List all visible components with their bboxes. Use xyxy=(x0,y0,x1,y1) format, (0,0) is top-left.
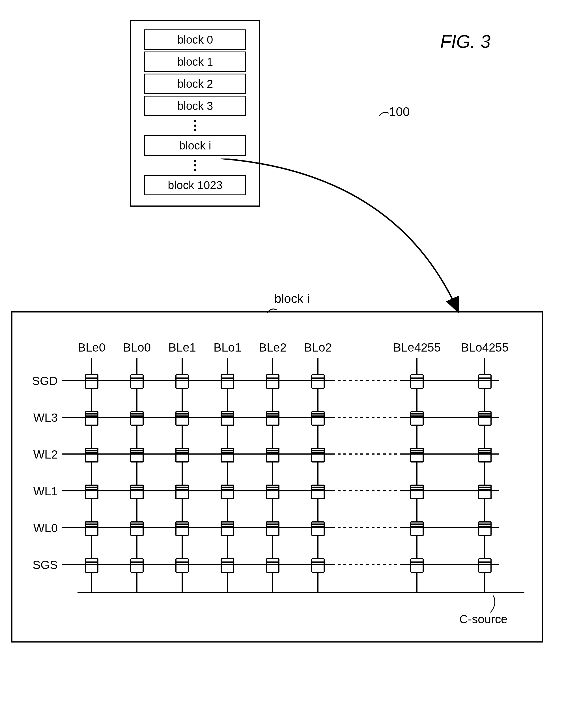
block-1: block 1 xyxy=(144,52,246,72)
detail-title: block i xyxy=(275,292,310,306)
block-0: block 0 xyxy=(144,29,246,50)
reference-number-100: 100 xyxy=(389,105,409,119)
vertical-ellipsis xyxy=(194,120,196,131)
block-1023: block 1023 xyxy=(144,175,246,195)
block-detail-section: block i SGD WL3 WL2 WL1 WL0 SGS BLe0 BLo… xyxy=(11,311,553,643)
block-2: block 2 xyxy=(144,74,246,94)
block-array-section: block 0 block 1 block 2 block 3 block i … xyxy=(130,20,553,207)
nand-string-circuit xyxy=(12,312,544,644)
memory-block-array: block 0 block 1 block 2 block 3 block i … xyxy=(130,20,260,207)
vertical-ellipsis xyxy=(194,160,196,171)
reference-tick xyxy=(379,108,390,119)
block-3: block 3 xyxy=(144,96,246,116)
block-i: block i xyxy=(144,135,246,156)
block-detail-box: SGD WL3 WL2 WL1 WL0 SGS BLe0 BLo0 BLe1 B… xyxy=(11,311,543,643)
